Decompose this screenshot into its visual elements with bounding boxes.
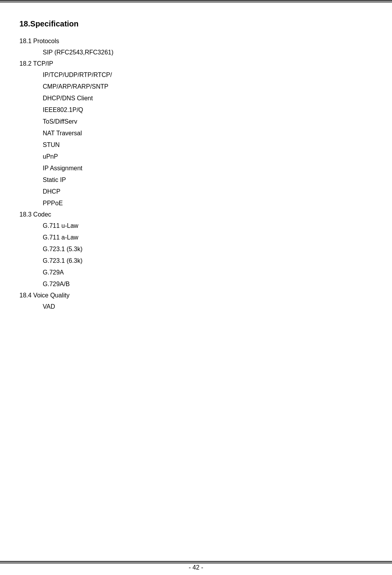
list-item: G.723.1 (5.3k)	[43, 245, 373, 254]
list-item: DHCP	[43, 187, 373, 196]
list-item: ToS/DiffServ	[43, 117, 373, 126]
subsection-heading-2: 18.3 Codec	[19, 211, 373, 218]
list-item: uPnP	[43, 152, 373, 161]
subsection-2: 18.3 Codec G.711 u-Law G.711 a-Law G.723…	[19, 211, 373, 289]
list-item: CMP/ARP/RARP/SNTP	[43, 82, 373, 91]
list-item: IP/TCP/UDP/RTP/RTCP/	[43, 70, 373, 80]
page-number: - 42 -	[0, 564, 392, 571]
list-item: NAT Traversal	[43, 129, 373, 138]
subsection-3: 18.4 Voice Quality VAD	[19, 292, 373, 311]
subsection-0: 18.1 Protocols SIP (RFC2543,RFC3261)	[19, 38, 373, 57]
list-item: G.711 a-Law	[43, 233, 373, 242]
section-title: 18.Specification	[19, 19, 373, 28]
subsection-heading-3: 18.4 Voice Quality	[19, 292, 373, 299]
list-item: PPPoE	[43, 199, 373, 208]
list-item: IEEE802.1P/Q	[43, 105, 373, 115]
list-item: G.723.1 (6.3k)	[43, 256, 373, 266]
list-item: SIP (RFC2543,RFC3261)	[43, 48, 373, 57]
border-top	[0, 0, 392, 2]
list-item: G.729A/B	[43, 280, 373, 289]
list-item: G.729A	[43, 268, 373, 277]
list-item: IP Assignment	[43, 164, 373, 173]
list-item-static-ip: Static IP	[43, 175, 373, 185]
border-bottom	[0, 561, 392, 563]
subsection-heading-1: 18.2 TCP/IP	[19, 60, 373, 67]
page-content: 18.Specification 18.1 Protocols SIP (RFC…	[19, 19, 373, 544]
subsection-heading-0: 18.1 Protocols	[19, 38, 373, 45]
list-item: G.711 u-Law	[43, 221, 373, 231]
list-item: VAD	[43, 302, 373, 311]
subsection-1: 18.2 TCP/IP IP/TCP/UDP/RTP/RTCP/ CMP/ARP…	[19, 60, 373, 208]
list-item: DHCP/DNS Client	[43, 94, 373, 103]
list-item: STUN	[43, 140, 373, 150]
